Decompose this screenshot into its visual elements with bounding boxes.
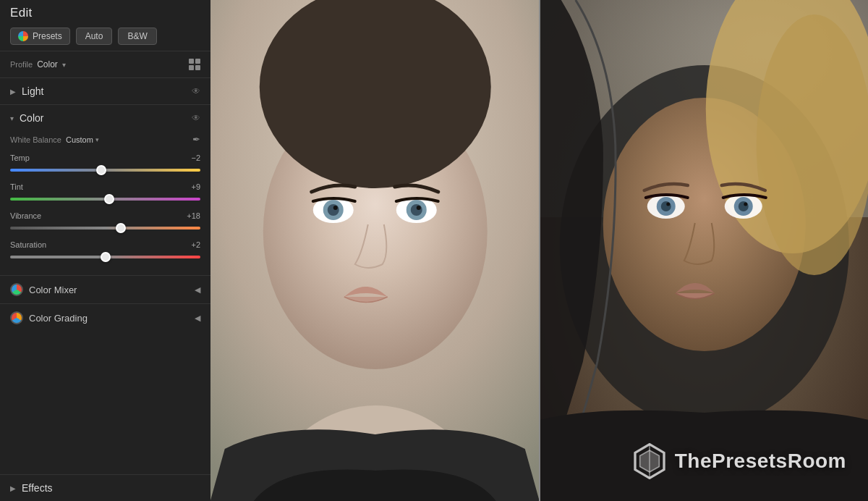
svg-point-17 <box>756 14 868 275</box>
color-mixer-icon <box>10 283 23 296</box>
tint-slider-row: Tint +9 <box>10 182 200 204</box>
left-panel: Edit Presets Auto B&W Profile Color ▾ ▶ … <box>0 0 210 501</box>
saturation-label-row: Saturation +2 <box>10 240 200 249</box>
tint-slider[interactable] <box>10 194 200 204</box>
light-section-left: ▶ Light <box>10 85 43 97</box>
saturation-value: +2 <box>191 240 200 249</box>
color-grading-row[interactable]: Color Grading ◀ <box>0 303 210 332</box>
wb-label: White Balance <box>10 135 61 144</box>
temp-thumb[interactable] <box>96 165 106 175</box>
svg-point-22 <box>660 201 671 211</box>
grid-icon[interactable] <box>189 59 200 70</box>
svg-point-8 <box>328 204 339 216</box>
saturation-label: Saturation <box>10 240 46 249</box>
tint-value: +9 <box>191 182 200 191</box>
white-balance-row: White Balance Custom ▾ ✒ <box>10 134 200 145</box>
tint-label-row: Tint +9 <box>10 182 200 191</box>
color-eye-icon[interactable]: 👁 <box>192 113 200 123</box>
saturation-slider-row: Saturation +2 <box>10 240 200 262</box>
svg-point-11 <box>417 206 421 210</box>
svg-point-10 <box>333 206 338 210</box>
vibrance-value: +18 <box>187 211 200 220</box>
tint-thumb[interactable] <box>104 194 114 204</box>
light-section-header[interactable]: ▶ Light 👁 <box>0 78 210 104</box>
bw-button[interactable]: B&W <box>118 28 156 45</box>
color-grading-chevron-icon: ◀ <box>195 313 200 323</box>
color-chevron-icon: ▾ <box>10 114 14 122</box>
light-eye-icon[interactable]: 👁 <box>192 86 200 96</box>
color-section-left: ▾ Color <box>10 112 43 124</box>
photo-after <box>540 0 869 501</box>
photo-before <box>210 0 540 501</box>
effects-label: Effects <box>22 482 53 494</box>
auto-button[interactable]: Auto <box>76 28 113 45</box>
saturation-track <box>10 256 200 258</box>
photo-split-divider <box>539 0 540 501</box>
color-grading-label: Color Grading <box>29 313 88 324</box>
wb-value: Custom <box>66 135 93 144</box>
color-grading-left: Color Grading <box>10 311 88 324</box>
color-mixer-left: Color Mixer <box>10 283 77 296</box>
color-section-header[interactable]: ▾ Color 👁 <box>0 105 210 131</box>
vibrance-thumb[interactable] <box>116 223 126 233</box>
wb-value-row: Custom ▾ <box>66 135 99 144</box>
profile-value: Color <box>37 59 58 70</box>
vibrance-slider-row: Vibrance +18 <box>10 211 200 233</box>
svg-point-9 <box>411 204 422 216</box>
profile-right <box>189 59 200 70</box>
effects-left: ▶ Effects <box>10 482 53 494</box>
tint-label: Tint <box>10 182 23 191</box>
wb-chevron-icon[interactable]: ▾ <box>95 136 99 143</box>
color-section-title: Color <box>20 112 43 124</box>
effects-row[interactable]: ▶ Effects <box>0 474 210 501</box>
photo-area: ThePresetsRoom <box>210 0 868 501</box>
color-mixer-row[interactable]: Color Mixer ◀ <box>0 275 210 303</box>
temp-label: Temp <box>10 153 30 162</box>
vibrance-label-row: Vibrance +18 <box>10 211 200 220</box>
vibrance-slider[interactable] <box>10 223 200 233</box>
photo-container: ThePresetsRoom <box>210 0 868 501</box>
color-mixer-label: Color Mixer <box>29 285 77 295</box>
tint-track <box>10 198 200 201</box>
color-grading-icon <box>10 311 23 324</box>
effects-chevron-icon: ▶ <box>10 484 16 492</box>
saturation-slider[interactable] <box>10 252 200 262</box>
watermark-logo-icon <box>631 443 668 479</box>
watermark: ThePresetsRoom <box>631 443 846 479</box>
light-chevron-icon: ▶ <box>10 88 16 96</box>
profile-row: Profile Color ▾ <box>0 51 210 77</box>
temp-value: −2 <box>191 153 200 162</box>
svg-point-23 <box>738 201 748 211</box>
profile-chevron-icon[interactable]: ▾ <box>62 61 66 69</box>
saturation-thumb[interactable] <box>101 252 111 262</box>
panel-title: Edit <box>0 0 210 25</box>
temp-slider-row: Temp −2 <box>10 153 200 175</box>
temp-track <box>10 169 200 172</box>
presets-label: Presets <box>33 31 62 41</box>
svg-point-25 <box>744 203 747 206</box>
light-section-title: Light <box>22 85 43 97</box>
temp-slider[interactable] <box>10 165 200 175</box>
wb-eyedropper-icon[interactable]: ✒ <box>192 134 200 145</box>
presets-icon <box>18 31 28 41</box>
vibrance-label: Vibrance <box>10 211 41 220</box>
svg-point-24 <box>666 203 670 206</box>
color-section-content: White Balance Custom ▾ ✒ Temp −2 Tint <box>0 131 210 275</box>
profile-label: Profile <box>10 60 33 69</box>
vibrance-track <box>10 227 200 230</box>
watermark-text: ThePresetsRoom <box>675 450 846 473</box>
toolbar-row: Presets Auto B&W <box>0 25 210 51</box>
color-mixer-chevron-icon: ◀ <box>195 285 200 295</box>
presets-button[interactable]: Presets <box>10 28 70 45</box>
temp-label-row: Temp −2 <box>10 153 200 162</box>
profile-left: Profile Color ▾ <box>10 59 66 70</box>
